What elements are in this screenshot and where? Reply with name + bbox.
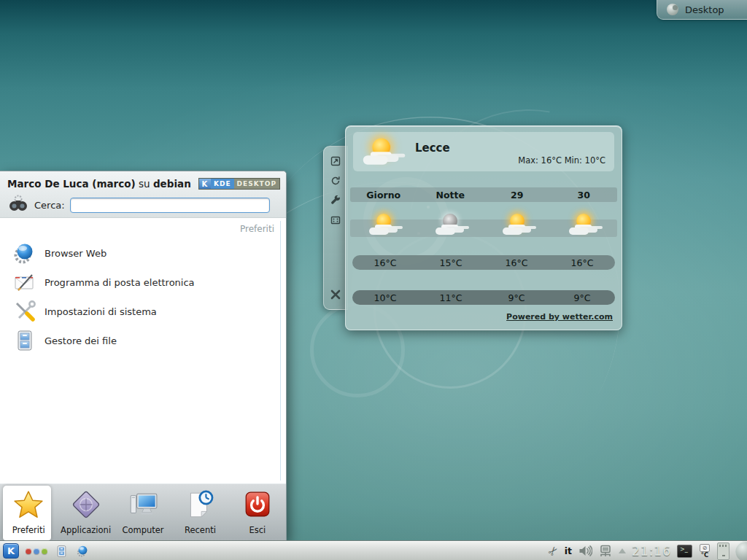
kickoff-user-title: Marco De Luca (marco) su debian xyxy=(7,178,191,190)
web-browser-icon xyxy=(13,241,36,265)
network-monitor-icon[interactable] xyxy=(598,544,613,559)
search-label: Cerca: xyxy=(34,200,65,211)
menu-item-browser-web[interactable]: Browser Web xyxy=(9,238,286,268)
tab-esci[interactable]: Esci xyxy=(229,484,286,540)
tab-label: Preferiti xyxy=(12,525,45,535)
weather-widget-handle[interactable] xyxy=(323,146,348,310)
power-icon xyxy=(242,489,273,523)
rotate-icon[interactable] xyxy=(330,175,341,187)
moon-cloud-icon xyxy=(433,212,467,237)
tab-applicazioni[interactable]: Applicazioni xyxy=(57,484,114,540)
green-dot-icon xyxy=(42,548,47,554)
weather-tray-label: °C xyxy=(701,552,709,559)
night-temp: 11°C xyxy=(418,292,484,303)
computer-icon xyxy=(128,489,158,523)
weather-col-label: Notte xyxy=(417,190,484,201)
badge-desktop-label: DESKTOP xyxy=(234,179,279,189)
no-data-icon: ⊘ xyxy=(700,544,710,552)
volume-icon[interactable] xyxy=(578,544,592,559)
day-temp: 15°C xyxy=(418,257,484,268)
applications-diamond-icon xyxy=(71,489,101,523)
weather-widget: Lecce Max: 16°C Min: 10°C Giorno Notte 2… xyxy=(345,125,622,330)
menu-item-file-manager[interactable]: Gestore dei file xyxy=(9,326,286,355)
keyboard-layout-indicator[interactable]: it xyxy=(565,545,572,556)
menu-item-label: Impostazioni di sistema xyxy=(44,306,157,317)
settings-square-icon[interactable] xyxy=(330,214,341,226)
desktop-toolbox[interactable]: Desktop xyxy=(657,0,747,20)
desktop-toolbox-label: Desktop xyxy=(685,4,724,15)
menu-item-label: Gestore dei file xyxy=(44,335,117,346)
klipper-scissors-icon[interactable]: ✂ xyxy=(546,543,562,559)
menu-item-label: Browser Web xyxy=(44,248,107,259)
weather-tray-icon[interactable]: ⊘ °C xyxy=(698,544,711,559)
desktop: Desktop xyxy=(0,0,747,560)
tab-label: Esci xyxy=(249,525,266,535)
weather-max-min: Max: 16°C Min: 10°C xyxy=(518,155,605,166)
sun-cloud-icon xyxy=(367,212,400,237)
sun-cloud-icon xyxy=(360,136,403,168)
host-name: debian xyxy=(153,178,191,190)
blue-dot-icon xyxy=(34,548,39,554)
tray-expander-icon[interactable] xyxy=(619,548,626,553)
kickoff-tabbar: Preferiti Applicazioni xyxy=(0,483,286,540)
tab-label: Computer xyxy=(122,525,163,535)
menu-item-email[interactable]: Programma di posta elettronica xyxy=(9,268,286,297)
day-temp: 16°C xyxy=(352,257,418,268)
weather-col-label: Giorno xyxy=(350,190,417,201)
night-temp: 9°C xyxy=(549,292,615,303)
night-temp: 9°C xyxy=(484,292,549,303)
file-manager-icon xyxy=(13,329,36,352)
resize-icon[interactable] xyxy=(330,155,341,167)
file-manager-launcher[interactable] xyxy=(54,544,69,559)
tab-computer[interactable]: Computer xyxy=(115,484,171,540)
tab-label: Applicazioni xyxy=(61,525,111,535)
terminal-icon[interactable]: >_ xyxy=(677,545,692,558)
close-icon[interactable] xyxy=(330,289,341,300)
system-settings-icon xyxy=(13,300,36,323)
search-input[interactable] xyxy=(70,198,270,213)
sun-cloud-icon xyxy=(567,212,600,237)
weather-city: Lecce xyxy=(415,141,450,155)
cashew-icon xyxy=(667,4,678,15)
weather-column-headers: Giorno Notte 29 30 xyxy=(350,187,617,202)
activity-dots[interactable] xyxy=(26,548,47,554)
kickoff-menu: Marco De Luca (marco) su debian K KDE DE… xyxy=(0,171,287,541)
tab-label: Recenti xyxy=(185,525,216,535)
email-icon xyxy=(13,271,36,294)
weather-credit-link[interactable]: Powered by wetter.com xyxy=(506,312,613,322)
kde-logo-icon: K xyxy=(199,179,211,189)
sun-cloud-icon xyxy=(500,212,534,237)
panel-cashew[interactable] xyxy=(735,541,747,560)
weather-col-label: 30 xyxy=(551,190,618,201)
web-browser-launcher[interactable] xyxy=(75,544,90,559)
menu-item-label: Programma di posta elettronica xyxy=(44,277,195,288)
day-temp: 16°C xyxy=(484,257,549,268)
configure-wrench-icon[interactable] xyxy=(330,195,341,206)
kde-menu-button[interactable]: K xyxy=(3,543,19,559)
recent-documents-icon xyxy=(185,489,215,523)
day-temp: 16°C xyxy=(549,257,615,268)
menu-item-system-settings[interactable]: Impostazioni di sistema xyxy=(9,297,286,326)
badge-kde-label: KDE xyxy=(211,179,234,189)
user-name: Marco De Luca (marco) xyxy=(7,178,136,190)
favorites-section-label: Preferiti xyxy=(240,224,274,234)
kickoff-header: Marco De Luca (marco) su debian K KDE DE… xyxy=(0,171,286,218)
star-icon xyxy=(13,489,44,523)
weather-day-temps: 16°C 15°C 16°C 16°C xyxy=(352,255,615,270)
favorites-list: Browser Web Programma di posta elettroni… xyxy=(9,238,286,355)
search-binoculars-icon xyxy=(7,194,29,216)
weather-night-temps: 10°C 11°C 9°C 9°C xyxy=(352,290,615,305)
tab-recenti[interactable]: Recenti xyxy=(171,484,228,540)
weather-col-label: 29 xyxy=(484,190,551,201)
weather-header: Lecce Max: 16°C Min: 10°C xyxy=(353,132,614,171)
tab-preferiti[interactable]: Preferiti xyxy=(0,484,57,540)
digital-clock[interactable]: 21:16 xyxy=(632,544,671,559)
red-dot-icon xyxy=(26,548,31,554)
kickoff-content: Preferiti xyxy=(0,218,286,483)
scrollbar[interactable] xyxy=(280,221,281,481)
weather-icon-row xyxy=(350,203,617,237)
notes-widget[interactable] xyxy=(717,542,729,560)
kde-desktop-badge: K KDE DESKTOP xyxy=(198,178,280,190)
user-connector: su xyxy=(136,178,153,190)
bottom-panel: K ✂ it xyxy=(0,541,747,560)
